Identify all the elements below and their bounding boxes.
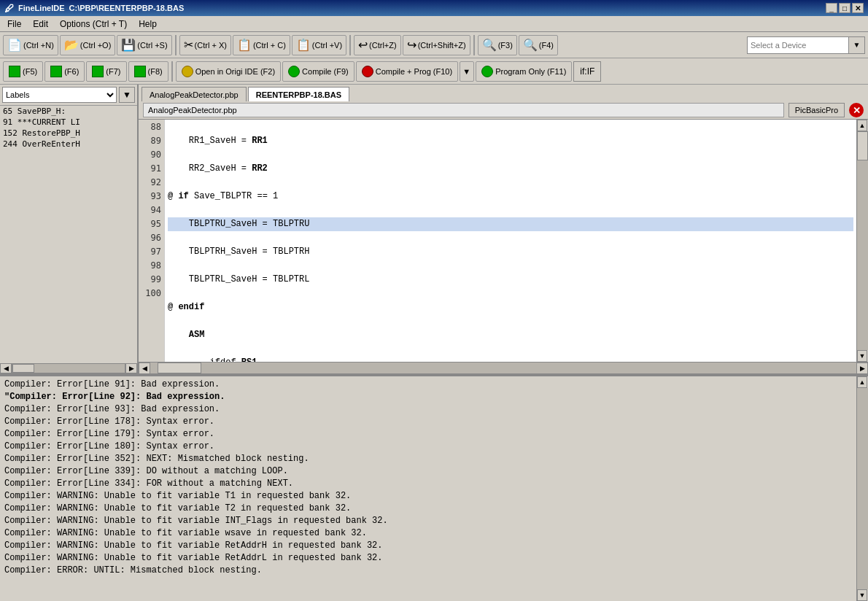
output-line: Compiler: WARNING: Unable to fit variabl… xyxy=(4,503,852,515)
run-f7-icon xyxy=(92,66,104,77)
output-line: Compiler: WARNING: Unable to fit variabl… xyxy=(4,540,852,552)
run-f6-button[interactable]: (F6) xyxy=(44,61,85,82)
output-scroll-down[interactable]: ▼ xyxy=(857,589,867,601)
find-button[interactable]: 🔍 (F3) xyxy=(478,35,517,55)
run-f5-icon xyxy=(9,66,20,77)
device-select-area: ▼ xyxy=(747,36,865,54)
device-dropdown-button[interactable]: ▼ xyxy=(849,36,865,54)
menu-options[interactable]: Options (Ctrl + T) xyxy=(55,18,131,31)
new-icon: 📄 xyxy=(7,38,22,52)
program-only-button[interactable]: Program Only (F11) xyxy=(476,61,572,82)
undo-label: (Ctrl+Z) xyxy=(369,41,397,50)
output-scroll-up[interactable]: ▲ xyxy=(857,376,867,388)
code-content[interactable]: RR1_SaveH = RR1 RR2_SaveH = RR2 @ if Sav… xyxy=(165,120,856,362)
undo-button[interactable]: ↩ (Ctrl+Z) xyxy=(354,35,401,55)
tab-reenter[interactable]: REENTERPBP-18.BAS xyxy=(248,87,349,101)
menu-edit[interactable]: Edit xyxy=(28,18,53,31)
tab-analog[interactable]: AnalogPeakDetector.pbp xyxy=(142,87,247,101)
vscroll-track[interactable] xyxy=(857,131,868,350)
run-f8-label: (F8) xyxy=(148,67,163,76)
find-label: (F3) xyxy=(498,41,513,50)
redo-button[interactable]: ↪ (Ctrl+Shift+Z) xyxy=(403,35,470,55)
run-f5-button[interactable]: (F5) xyxy=(3,61,43,82)
hscroll-right-button[interactable]: ▶ xyxy=(856,362,868,373)
app-icon: 🖊 xyxy=(4,3,14,14)
new-label: (Ctrl +N) xyxy=(23,41,54,50)
title-bar: 🖊 FineLineIDE C:\PBP\REENTERPBP-18.BAS _… xyxy=(0,0,868,16)
output-line: Compiler: Error[Line 91]: Bad expression… xyxy=(4,379,852,391)
find-icon: 🔍 xyxy=(482,38,497,52)
separator3 xyxy=(473,35,475,55)
compile-button[interactable]: Compile (F9) xyxy=(282,61,354,82)
run-f6-label: (F6) xyxy=(64,67,79,76)
output-vscroll: ▲ ▼ xyxy=(856,376,868,601)
output-vscroll-track[interactable] xyxy=(857,388,868,589)
main-area: Labels ▼ 65 SavePBP_H: 91 ***CURRENT LI … xyxy=(0,85,868,375)
hscroll-track[interactable] xyxy=(150,362,856,373)
compile-prog-label: Compile + Prog (F10) xyxy=(376,67,452,76)
run-f8-button[interactable]: (F8) xyxy=(128,61,168,82)
editor-vscroll: ▲ ▼ xyxy=(856,120,868,362)
left-scroll-right[interactable]: ▶ xyxy=(125,363,137,373)
menu-help[interactable]: Help xyxy=(134,18,161,31)
hscroll-thumb[interactable] xyxy=(158,362,201,373)
labels-select[interactable]: Labels xyxy=(2,87,117,103)
if-badge: if:IF xyxy=(573,61,601,82)
output-line: Compiler: Error[Line 339]: DO without a … xyxy=(4,465,852,478)
compile-label: Compile (F9) xyxy=(302,67,349,76)
scroll-down-button[interactable]: ▼ xyxy=(857,350,867,362)
redo-icon: ↪ xyxy=(407,38,416,52)
maximize-button[interactable]: □ xyxy=(839,3,850,13)
redo-label: (Ctrl+Shift+Z) xyxy=(418,41,466,50)
file-path: C:\PBP\REENTERPBP-18.BAS xyxy=(69,4,185,12)
find-next-button[interactable]: 🔍 (F4) xyxy=(519,35,558,55)
copy-label: (Ctrl + C) xyxy=(253,41,286,50)
output-line: Compiler: WARNING: Unable to fit variabl… xyxy=(4,552,852,565)
compile-prog-button[interactable]: Compile + Prog (F10) xyxy=(356,61,458,82)
open-orig-ide-button[interactable]: Open in Origi IDE (F2) xyxy=(176,61,281,82)
cut-button[interactable]: ✂ (Ctrl + X) xyxy=(179,35,231,55)
labels-dropdown-button[interactable]: ▼ xyxy=(119,87,135,103)
left-scroll-left[interactable]: ◀ xyxy=(0,363,12,373)
left-scroll-track[interactable] xyxy=(12,363,125,373)
copy-icon: 📋 xyxy=(237,38,252,52)
run-f7-button[interactable]: (F7) xyxy=(86,61,126,82)
run-f6-icon xyxy=(50,66,62,77)
if-badge-text: if:IF xyxy=(580,66,594,77)
output-line: Compiler: Error[Line 334]: FOR without a… xyxy=(4,478,852,490)
label-item[interactable]: 152 RestorePBP_H xyxy=(0,128,137,139)
output-line: Compiler: Error[Line 179]: Syntax error. xyxy=(4,428,852,441)
editor-filename-display: AnalogPeakDetector.pbp xyxy=(143,103,784,117)
left-scroll-thumb[interactable] xyxy=(12,364,34,373)
output-line: Compiler: ERROR: UNTIL: Mismatched block… xyxy=(4,565,852,577)
device-select-input[interactable] xyxy=(747,36,849,54)
vscroll-thumb[interactable] xyxy=(857,131,868,160)
menu-file[interactable]: File xyxy=(3,18,26,31)
compile-prog-icon xyxy=(362,66,373,77)
close-editor-button[interactable]: ✕ xyxy=(849,103,864,117)
paste-button[interactable]: 📋 (Ctrl +V) xyxy=(292,35,346,55)
run-f7-label: (F7) xyxy=(106,67,120,76)
hscroll-left-button[interactable]: ◀ xyxy=(139,362,150,373)
copy-button[interactable]: 📋 (Ctrl + C) xyxy=(233,35,290,55)
paste-icon: 📋 xyxy=(296,38,311,52)
output-line: Compiler: Error[Line 93]: Bad expression… xyxy=(4,403,852,416)
save-file-button[interactable]: 💾 (Ctrl +S) xyxy=(117,35,171,55)
picbasicpro-button[interactable]: PicBasicPro xyxy=(788,103,845,117)
scroll-up-button[interactable]: ▲ xyxy=(857,120,867,131)
label-item[interactable]: 65 SavePBP_H: xyxy=(0,106,137,117)
label-item[interactable]: 91 ***CURRENT LI xyxy=(0,117,137,128)
run-f5-label: (F5) xyxy=(23,67,37,76)
minimize-button[interactable]: _ xyxy=(826,3,837,13)
run-f8-icon xyxy=(134,66,146,77)
open-file-button[interactable]: 📂 (Ctrl +O) xyxy=(60,35,115,55)
new-file-button[interactable]: 📄 (Ctrl +N) xyxy=(3,35,58,55)
close-button[interactable]: ✕ xyxy=(852,3,864,13)
label-item[interactable]: 244 OverReEnterH xyxy=(0,139,137,150)
open-icon: 📂 xyxy=(64,38,79,52)
dropdown-arrow-button[interactable]: ▼ xyxy=(460,61,474,82)
toolbar1: 📄 (Ctrl +N) 📂 (Ctrl +O) 💾 (Ctrl +S) ✂ (C… xyxy=(0,32,868,58)
separator2 xyxy=(349,35,351,55)
code-editor[interactable]: 88 89 90 91 92 93 94 95 96 97 98 99 100 … xyxy=(139,120,856,362)
undo-icon: ↩ xyxy=(358,38,368,52)
